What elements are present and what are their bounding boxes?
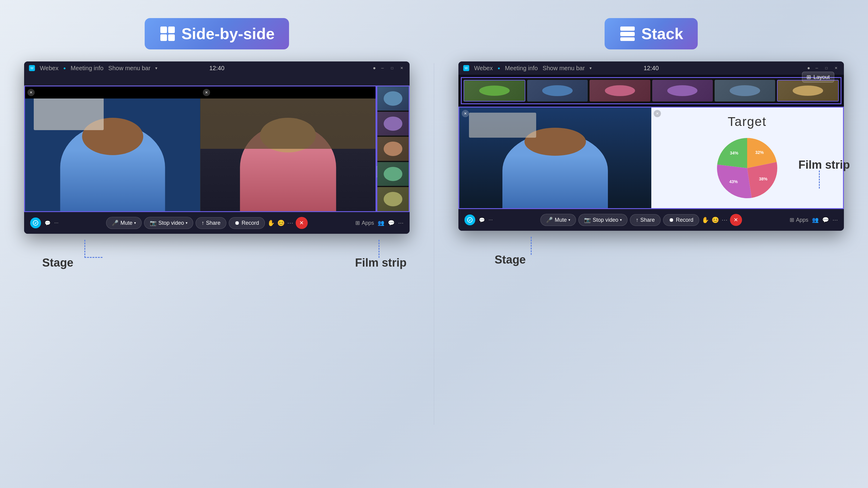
- minimize-right[interactable]: ─: [814, 65, 820, 71]
- people-icon-right[interactable]: 👥: [812, 217, 818, 223]
- close-left-video[interactable]: ✕: [27, 89, 35, 96]
- webex-title-left: Webex: [40, 65, 59, 72]
- apps-button-right[interactable]: ⊞ Apps: [789, 217, 808, 223]
- more-icon-left[interactable]: ⋯: [54, 221, 59, 225]
- toolbar-right-section: ⊞ Apps 👥 💬 ⋯: [789, 217, 838, 223]
- stage-annotation-right: [531, 237, 532, 255]
- film-top-6: [777, 80, 839, 101]
- close-left[interactable]: ✕: [399, 65, 405, 71]
- maximize-right[interactable]: □: [824, 65, 830, 71]
- stop-video-button-right[interactable]: 📷 Stop video ▾: [578, 214, 627, 226]
- svg-text:38%: 38%: [759, 176, 768, 181]
- stage-label-right: Stage: [495, 253, 526, 266]
- stack-icon: [619, 25, 636, 42]
- right-titlebar: W Webex ● Meeting info Show menu bar ▾ 1…: [458, 61, 844, 75]
- film-top-1: [464, 80, 525, 101]
- more-icon-right[interactable]: ⋯: [489, 218, 493, 222]
- apps-label-left: Apps: [362, 220, 374, 226]
- svg-text:34%: 34%: [730, 151, 739, 156]
- window-controls-left: ● ─ □ ✕: [373, 65, 405, 71]
- end-call-right[interactable]: ✕: [730, 214, 742, 226]
- chat-bottom-left[interactable]: 💬: [388, 220, 395, 226]
- chat-icon-left[interactable]: 💬: [44, 220, 51, 226]
- svg-rect-6: [620, 32, 635, 36]
- left-webex-window: W Webex ● Meeting info Show menu bar ▾ 1…: [24, 61, 410, 282]
- more-bottom-right[interactable]: ⋯: [832, 217, 838, 223]
- record-button-left[interactable]: ⏺ Record: [229, 217, 265, 229]
- svg-rect-7: [620, 37, 635, 41]
- end-call-left[interactable]: ✕: [296, 217, 308, 229]
- more-options-right[interactable]: ⋯: [721, 216, 727, 224]
- right-webex-window: W Webex ● Meeting info Show menu bar ▾ 1…: [458, 61, 844, 279]
- toolbar-left: 💬 ⋯ 🎤 Mute ▾ 📷 Stop video ▾: [24, 212, 410, 234]
- side-by-side-badge: Side-by-side: [145, 18, 289, 50]
- side-by-side-panel: Side-by-side W Webex ● Meeting info Show…: [24, 18, 410, 282]
- share-button-left[interactable]: ↑ Share: [195, 217, 226, 229]
- people-icon-left[interactable]: 👥: [378, 220, 384, 226]
- film-thumb-1: [377, 87, 409, 110]
- mic-icon-right: 🎤: [546, 217, 553, 223]
- apps-button-left[interactable]: ⊞ Apps: [355, 220, 374, 226]
- pie-chart: 32%38%43%34%: [714, 135, 780, 201]
- toolbar-center-left: 🎤 Mute ▾ 📷 Stop video ▾ ↑ Share: [63, 217, 350, 229]
- film-top-5: [715, 80, 775, 101]
- status-icon-left: [30, 218, 41, 228]
- chart-title: Target: [727, 115, 767, 129]
- close-stack-left[interactable]: ✕: [462, 110, 469, 117]
- stage-left: ✕: [24, 86, 376, 212]
- show-menu-right[interactable]: Show menu bar: [542, 65, 585, 72]
- film-thumb-2: [377, 112, 409, 136]
- emoji-icon-left[interactable]: 😊: [277, 219, 285, 227]
- left-titlebar: W Webex ● Meeting info Show menu bar ▾ 1…: [24, 61, 410, 75]
- record-icon-right: ⏺: [669, 217, 674, 223]
- record-button-right[interactable]: ⏺ Record: [663, 214, 699, 226]
- toolbar-left-section: 💬 ⋯: [30, 218, 59, 228]
- meeting-info-left[interactable]: Meeting info: [70, 65, 103, 72]
- share-button-right[interactable]: ↑ Share: [630, 214, 660, 226]
- share-label-right: Share: [640, 217, 655, 223]
- close-stack-right[interactable]: ✕: [654, 110, 661, 117]
- meeting-dot-left: ●: [63, 66, 66, 70]
- svg-rect-3: [168, 34, 175, 41]
- close-right-win[interactable]: ✕: [833, 65, 839, 71]
- time-left: 12:40: [209, 65, 224, 72]
- toolbar-right-left: ⊞ Apps 👥 💬 ⋯: [355, 220, 404, 226]
- emoji-icon-right[interactable]: 😊: [712, 216, 719, 224]
- record-label-left: Record: [242, 220, 259, 226]
- status-icon-right: [464, 215, 475, 225]
- camera-icon-left: 📷: [150, 220, 156, 226]
- chat-bottom-right[interactable]: 💬: [822, 217, 829, 223]
- record-icon-left: ⏺: [235, 220, 240, 226]
- chat-icon-right[interactable]: 💬: [479, 217, 485, 223]
- show-menu-left[interactable]: Show menu bar: [108, 65, 150, 72]
- left-annotations: Stage Film strip: [24, 234, 410, 282]
- more-bottom-left[interactable]: ⋯: [398, 220, 404, 226]
- maximize-left[interactable]: □: [389, 65, 395, 71]
- chevron-left: ▾: [155, 66, 157, 70]
- apps-icon-left: ⊞: [355, 220, 360, 226]
- layout-button-right[interactable]: ⊞ Layout: [802, 72, 834, 83]
- mute-label-left: Mute: [120, 220, 132, 226]
- stop-video-label-right: Stop video: [592, 217, 618, 223]
- hand-icon-left[interactable]: ✋: [267, 219, 275, 227]
- minimize-left[interactable]: ─: [379, 65, 385, 71]
- film-thumb-4: [377, 162, 409, 186]
- mute-button-left[interactable]: 🎤 Mute ▾: [106, 217, 142, 229]
- stack-presentation: ✕ Target 32%38%43%34%: [651, 107, 843, 208]
- layout-label-right: Layout: [813, 74, 830, 80]
- meeting-info-right[interactable]: Meeting info: [505, 65, 538, 72]
- more-options-left[interactable]: ⋯: [287, 219, 293, 227]
- close-right-video[interactable]: ✕: [203, 89, 210, 96]
- mute-button-right[interactable]: 🎤 Mute ▾: [540, 214, 576, 226]
- mute-chevron-r: ▾: [568, 218, 570, 222]
- mute-label-right: Mute: [555, 217, 567, 223]
- film-strip-top-container: [461, 77, 841, 104]
- mic-icon-left: 🎤: [112, 220, 119, 226]
- stop-video-button-left[interactable]: 📷 Stop video ▾: [144, 217, 193, 229]
- time-right: 12:40: [644, 65, 658, 72]
- film-strip-annotation-right: [819, 170, 820, 189]
- film-top-3: [590, 80, 650, 101]
- mute-chevron: ▾: [134, 221, 136, 225]
- stage-annotation-left: [84, 240, 102, 258]
- hand-icon-right[interactable]: ✋: [702, 216, 709, 224]
